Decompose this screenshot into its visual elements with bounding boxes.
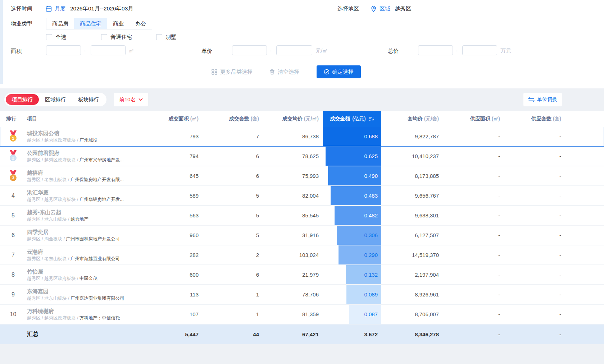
subtype-checkbox-2[interactable]: 普通住宅	[101, 33, 132, 41]
region-value[interactable]: 越秀区	[395, 3, 412, 14]
ranking-tab-3[interactable]: 板块排行	[72, 94, 105, 105]
table-row[interactable]: 6四季奕居越秀区 / 淘金板块 / 广州市园林房地产开发公司960531,916…	[0, 226, 604, 245]
ranking-table: 排行项目成交面积 (㎡)成交套数 (套)成交均价 (元/㎡)成交金额 (亿元)套…	[0, 111, 604, 344]
area-max-input[interactable]	[91, 45, 126, 55]
cell-deal-amount: 0.132	[323, 265, 381, 284]
unit-price-max-input[interactable]	[276, 45, 312, 55]
summary-area: 5,447	[153, 331, 199, 337]
property-type-tab-1[interactable]: 商品房	[46, 18, 74, 29]
cell-avg-price: 21,979	[259, 272, 319, 278]
amount-value: 0.625	[364, 147, 378, 166]
sort-icon	[369, 116, 374, 121]
cell-project: 越禧府越秀区 / 老东山板块 / 广州保隆房地产开发有限...	[23, 170, 153, 182]
cell-supply-units: -	[500, 291, 561, 298]
project-name: 港汇华庭	[27, 190, 153, 195]
cell-unit-avg-price: 9,638,301	[381, 212, 439, 218]
cell-deal-units: 5	[199, 232, 259, 238]
top-n-dropdown[interactable]: 前10名	[114, 93, 148, 106]
confirm-selection-label: 确定选择	[332, 69, 354, 75]
cell-avg-price: 78,706	[259, 291, 319, 298]
total-price-max-input[interactable]	[462, 45, 497, 55]
project-location-path: 越秀区 / 越秀区政府板块 /	[27, 315, 80, 321]
project-developer: 广州嘉达实业集团有限公司	[71, 296, 124, 301]
table-row[interactable]: 3越禧府越秀区 / 老东山板块 / 广州保隆房地产开发有限...645675,9…	[0, 166, 604, 186]
subtype-checkbox-1[interactable]: 全选	[46, 33, 66, 41]
amount-value: 0.087	[364, 305, 378, 324]
column-header-9: 供应套数 (套)	[500, 116, 561, 122]
time-range-value[interactable]: 2026年01月--2026年03月	[70, 3, 133, 14]
cell-deal-units: 5	[199, 193, 259, 199]
cell-project: 竹怡居越秀区 / 越秀区政府板块 / 中国金茂	[23, 269, 153, 281]
cell-deal-amount: 0.482	[323, 206, 381, 225]
property-type-tab-3[interactable]: 商业	[107, 18, 130, 29]
cell-avg-price: 81,359	[259, 311, 319, 317]
project-name: 云瀚府	[27, 249, 153, 254]
column-header-8: 供应面积 (㎡)	[439, 116, 500, 122]
cell-deal-amount: 0.087	[323, 305, 381, 324]
more-category-button[interactable]: 更多品类选择	[212, 65, 253, 78]
summary-row: 汇总5,4474467,4213.6728,346,278--	[0, 324, 604, 344]
filter-panel: 选择时间 月度 2026年01月--2026年03月 选择地区 区域 越秀区 物…	[0, 0, 604, 88]
swap-icon	[528, 97, 535, 102]
unit-price-min-input[interactable]	[232, 45, 267, 55]
time-mode-link[interactable]: 月度	[55, 3, 65, 14]
checkbox-label: 普通住宅	[110, 34, 132, 41]
subtype-checkbox-3[interactable]: 别墅	[156, 33, 176, 41]
checkbox-box[interactable]	[46, 34, 52, 40]
clear-selection-button[interactable]: 清空选择	[269, 65, 299, 78]
table-row[interactable]: 7云瀚府越秀区 / 老东山板块 / 广州市海越置业有限公司2822103,024…	[0, 245, 604, 265]
column-header-3: 成交面积 (㎡)	[153, 116, 199, 122]
filter-actions-row: 更多品类选择 清空选择 确定选择	[0, 65, 604, 79]
checkbox-box[interactable]	[156, 34, 162, 40]
cell-project: 公园前君熙府越秀区 / 越秀区政府板块 / 广州市兴华房地产发...	[23, 150, 153, 162]
clear-selection-label: 清空选择	[278, 69, 299, 75]
project-developer: 广州市园林房地产开发公司	[66, 236, 120, 241]
table-row[interactable]: 2公园前君熙府越秀区 / 越秀区政府板块 / 广州市兴华房地产发...79467…	[0, 147, 604, 166]
checkbox-box[interactable]	[101, 34, 107, 40]
project-location-path: 越秀区 / 越秀区政府板块 /	[27, 138, 80, 143]
cell-avg-price: 78,625	[259, 153, 319, 159]
cell-deal-area: 282	[153, 252, 199, 258]
unit-switch-button[interactable]: 单位切换	[523, 93, 562, 106]
project-location-path: 越秀区 / 越秀区政府板块 /	[27, 157, 80, 162]
cell-deal-units: 1	[199, 291, 259, 298]
cell-supply-area: -	[439, 272, 500, 278]
cell-deal-amount: 0.306	[323, 226, 381, 245]
ranking-tab-1[interactable]: 项目排行	[6, 94, 39, 105]
svg-text:3: 3	[12, 176, 14, 180]
cell-deal-amount: 0.483	[323, 186, 381, 205]
cell-supply-area: -	[439, 232, 500, 238]
cell-unit-avg-price: 9,656,767	[381, 193, 439, 199]
summary-supply-units: -	[500, 331, 561, 337]
table-row[interactable]: 5越秀•东山云起越秀区 / 老东山板块 / 越秀地产563585,5450.48…	[0, 206, 604, 226]
cell-unit-avg-price: 9,822,787	[381, 133, 439, 139]
confirm-selection-button[interactable]: 确定选择	[317, 65, 361, 78]
property-type-tab-4[interactable]: 办公	[130, 18, 152, 29]
cell-rank: 8	[3, 272, 23, 278]
table-row[interactable]: 1城投东园公馆越秀区 / 越秀区政府板块 / 广州城投793786,7380.6…	[0, 127, 604, 147]
summary-unit-avg: 8,346,278	[381, 331, 439, 337]
region-mode-link[interactable]: 区域	[380, 3, 390, 14]
table-row[interactable]: 4港汇华庭越秀区 / 越秀区政府板块 / 广州华银房地产开发...589582,…	[0, 186, 604, 206]
area-min-input[interactable]	[46, 45, 81, 55]
table-row[interactable]: 8竹怡居越秀区 / 越秀区政府板块 / 中国金茂600621,9790.1322…	[0, 265, 604, 285]
total-price-min-input[interactable]	[418, 45, 453, 55]
cell-avg-price: 82,004	[259, 193, 319, 199]
table-row[interactable]: 10万科瑧樾府越秀区 / 越秀区政府板块 / 万科地产；中信信托107181,3…	[0, 305, 604, 324]
ranking-tab-2[interactable]: 区域排行	[39, 94, 72, 105]
project-name: 东海嘉园	[27, 289, 153, 294]
project-developer: 广州市兴华房地产发...	[80, 157, 124, 162]
cell-supply-area: -	[439, 311, 500, 317]
table-row[interactable]: 9东海嘉园越秀区 / 老东山板块 / 广州嘉达实业集团有限公司113178,70…	[0, 285, 604, 305]
project-developer: 中国金茂	[80, 276, 97, 281]
property-type-tab-2[interactable]: 商品住宅	[74, 18, 107, 29]
cell-deal-amount: 0.290	[323, 245, 381, 264]
cell-supply-area: -	[439, 153, 500, 159]
project-developer: 越秀地产	[71, 217, 88, 222]
column-header-label: 套均价	[408, 116, 423, 121]
cell-deal-area: 589	[153, 193, 199, 199]
unit-switch-label: 单位切换	[537, 96, 557, 103]
check-circle-icon	[324, 69, 330, 75]
project-location-path: 越秀区 / 老东山板块 /	[27, 177, 71, 182]
column-header-6[interactable]: 成交金额 (亿元)	[323, 111, 381, 127]
